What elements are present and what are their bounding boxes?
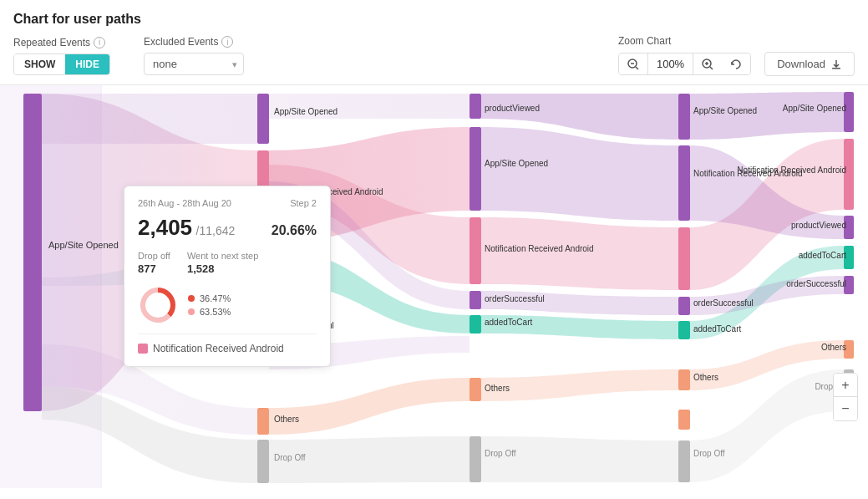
svg-rect-17 — [257, 440, 269, 483]
tooltip-stats: Drop off 877 Went to next step 1,528 — [138, 251, 317, 275]
node-label-step1-app: App/Site Opened — [48, 240, 119, 250]
legend-dropoff-pct: 36.47% — [200, 293, 231, 303]
node-label-s2-others: Others — [274, 415, 299, 424]
svg-rect-25 — [678, 94, 690, 140]
legend-next-dot — [188, 308, 195, 315]
excluded-events-label: Excluded Events i — [144, 36, 244, 48]
repeated-events-info-icon[interactable]: i — [94, 37, 105, 48]
svg-rect-18 — [470, 94, 481, 119]
zoom-reset-button[interactable] — [722, 54, 750, 74]
node-label-s5-prod: productViewed — [746, 221, 846, 230]
controls-row: Repeated Events i SHOW HIDE Excluded Eve… — [13, 35, 855, 76]
zoom-out-icon — [627, 59, 639, 70]
tooltip-count-wrap: 2,405 /11,642 — [138, 215, 235, 241]
svg-rect-26 — [678, 145, 690, 221]
tooltip-next-stat: Went to next step 1,528 — [187, 251, 258, 275]
zoom-label: Zoom Chart — [618, 35, 855, 47]
node-label-s4-cart: addedToCart — [693, 324, 741, 334]
zoom-controls: 100% — [618, 53, 751, 75]
svg-rect-32 — [678, 440, 690, 482]
excluded-events-select-wrap: none ▾ — [144, 53, 244, 75]
svg-line-6 — [710, 67, 713, 69]
svg-line-2 — [636, 67, 638, 69]
node-label-s5-order: orderSuccessful — [746, 279, 846, 288]
donut-chart — [138, 285, 178, 325]
svg-rect-22 — [470, 315, 481, 334]
svg-rect-16 — [257, 408, 269, 435]
tooltip-header: 26th Aug - 28th Aug 20 Step 2 — [138, 198, 317, 208]
tooltip-event-name: Notification Received Android — [153, 343, 284, 354]
node-label-s5-cart: addedToCart — [746, 251, 846, 260]
tooltip-dropoff-value: 877 — [138, 262, 170, 275]
node-label-s3-drop: Drop Off — [485, 449, 516, 458]
excluded-events-info-icon[interactable]: i — [221, 36, 233, 48]
zoom-side-minus-button[interactable]: − — [834, 397, 857, 420]
node-label-s4-others: Others — [693, 373, 718, 382]
node-label-s5-drop: Drop Off — [746, 382, 846, 391]
donut-wrap: 36.47% 63.53% — [138, 285, 317, 325]
excluded-events-select[interactable]: none — [144, 53, 244, 75]
node-label-s3-order: orderSuccessful — [485, 294, 545, 303]
svg-rect-19 — [470, 127, 481, 211]
tooltip-dropoff-label: Drop off — [138, 251, 170, 261]
zoom-group: Zoom Chart 100% — [618, 35, 855, 76]
tooltip-divider — [138, 334, 317, 334]
svg-rect-28 — [678, 297, 690, 315]
legend-dropoff-dot — [188, 295, 195, 302]
tooltip-next-label: Went to next step — [187, 251, 258, 261]
svg-rect-30 — [678, 369, 690, 390]
chart-title: Chart for user paths — [13, 12, 855, 27]
svg-rect-21 — [470, 291, 481, 309]
legend-next: 63.53% — [188, 307, 231, 317]
excluded-events-group: Excluded Events i none ▾ — [144, 36, 244, 75]
chart-area: App/Site Opened App/Site Opened Notifica… — [0, 85, 868, 488]
svg-rect-10 — [23, 94, 42, 411]
node-label-s5-app: App/Site Opened — [746, 104, 846, 113]
node-label-s5-others: Others — [746, 343, 846, 352]
zoom-out-button[interactable] — [619, 54, 647, 74]
svg-rect-31 — [678, 410, 690, 430]
tooltip-count: 2,405 — [138, 215, 192, 240]
repeated-events-group: Repeated Events i SHOW HIDE — [13, 37, 110, 75]
tooltip-percent: 20.66% — [272, 223, 317, 238]
tooltip-total: /11,642 — [196, 224, 236, 237]
node-label-s3-notif: Notification Received Android — [485, 244, 594, 253]
node-label-s3-prod: productViewed — [485, 104, 540, 113]
tooltip-step: Step 2 — [290, 198, 317, 208]
svg-rect-20 — [470, 217, 481, 284]
download-icon — [830, 59, 842, 70]
zoom-in-button[interactable] — [693, 54, 722, 74]
legend-dropoff: 36.47% — [188, 293, 231, 303]
zoom-value: 100% — [647, 53, 693, 74]
repeated-events-label: Repeated Events i — [13, 37, 110, 48]
zoom-side-controls: + − — [833, 373, 858, 421]
node-label-s3-cart: addedToCart — [485, 318, 532, 327]
svg-rect-29 — [678, 321, 690, 339]
node-label-s3-app: App/Site Opened — [485, 159, 548, 168]
node-label-s4-drop: Drop Off — [693, 449, 725, 458]
download-button[interactable]: Download — [764, 52, 855, 76]
zoom-download-row: 100% — [618, 52, 855, 76]
node-label-s2-drop: Drop Off — [274, 453, 306, 462]
top-bar: Chart for user paths Repeated Events i S… — [0, 0, 868, 85]
tooltip: 26th Aug - 28th Aug 20 Step 2 2,405 /11,… — [124, 186, 331, 367]
legend-next-pct: 63.53% — [200, 307, 231, 317]
svg-rect-7 — [832, 68, 840, 69]
svg-rect-24 — [470, 436, 481, 482]
node-label-s2-app: App/Site Opened — [274, 107, 338, 116]
tooltip-main: 2,405 /11,642 20.66% — [138, 215, 317, 241]
tooltip-dropoff-stat: Drop off 877 — [138, 251, 170, 275]
tooltip-next-value: 1,528 — [187, 262, 258, 275]
tooltip-event-label: Notification Received Android — [138, 343, 317, 354]
hide-button[interactable]: HIDE — [65, 54, 109, 74]
node-label-s4-order: orderSuccessful — [693, 298, 754, 308]
zoom-side-plus-button[interactable]: + — [834, 374, 857, 397]
zoom-reset-icon — [730, 59, 742, 70]
toggle-group: SHOW HIDE — [13, 53, 110, 75]
node-label-s5-notif: Notification Received Android — [696, 165, 846, 175]
donut-legend: 36.47% 63.53% — [188, 293, 231, 317]
tooltip-date: 26th Aug - 28th Aug 20 — [138, 198, 231, 208]
show-button[interactable]: SHOW — [14, 54, 65, 74]
event-color-box — [138, 344, 148, 354]
svg-rect-11 — [257, 94, 269, 144]
